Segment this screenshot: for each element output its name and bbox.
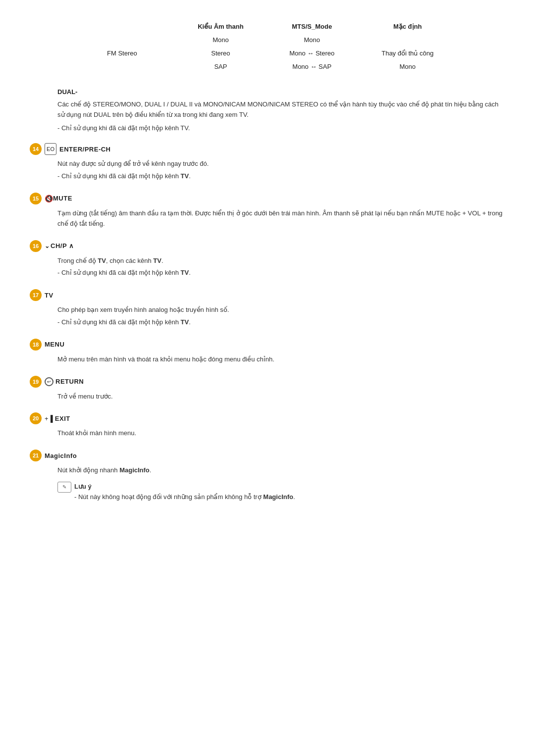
row1-col1	[77, 33, 175, 47]
row3-col4: Mono	[357, 60, 458, 73]
section-19: 19↩RETURNTrở về menu trước.	[30, 376, 505, 402]
section-line-19-0: Trở về menu trước.	[57, 392, 505, 402]
section-title-21: MagicInfo	[45, 452, 77, 459]
section-18: 18MENUMở menu trên màn hình và thoát ra …	[30, 339, 505, 365]
section-line-14-0: Nút này được sử dụng để trở về kênh ngay…	[57, 159, 505, 169]
section-14: 14EOENTER/PRE-CHNút này được sử dụng để …	[30, 143, 505, 182]
section-header-17: 17TV	[30, 289, 505, 301]
section-line-17-0: Cho phép bạn xem truyền hình analog hoặc…	[57, 305, 505, 315]
dual-section: DUAL- Các chế độ STEREO/MONO, DUAL I / D…	[30, 88, 505, 133]
section-header-16: 16⌄ CH/P ∧	[30, 240, 505, 252]
row3-col3: Mono ↔ SAP	[267, 60, 357, 73]
col-kieu-am-thanh: Kiểu Âm thanh	[175, 20, 267, 33]
section-body-21: Nút khởi động nhanh MagicInfo.✎Lưu ý- Nú…	[57, 465, 505, 502]
section-line-16-1: - Chỉ sử dụng khi đã cài đặt một hộp kên…	[57, 268, 505, 278]
section-title-18: MENU	[45, 341, 64, 348]
section-header-19: 19↩RETURN	[30, 376, 505, 388]
table-row: FM Stereo Stereo Mono ↔ Stereo Thay đổi …	[77, 47, 458, 60]
badge-14: 14	[30, 143, 42, 155]
audio-table-section: Kiểu Âm thanh MTS/S_Mode Mặc định Mono M…	[30, 20, 505, 73]
exit-icon: +▐	[45, 415, 53, 422]
icon-box-14: EO	[45, 143, 56, 155]
section-body-16: Trong chế độ TV, chọn các kênh TV.- Chỉ …	[57, 256, 505, 279]
row2-col3: Mono ↔ Stereo	[267, 47, 357, 60]
col-empty	[77, 20, 175, 33]
section-line-16-0: Trong chế độ TV, chọn các kênh TV.	[57, 256, 505, 266]
row2-col2: Stereo	[175, 47, 267, 60]
section-title-17: TV	[45, 292, 54, 299]
section-line-15-0: Tạm dừng (tắt tiếng) âm thanh đầu ra tạm…	[57, 208, 505, 229]
section-header-21: 21MagicInfo	[30, 450, 505, 461]
row1-col2: Mono	[175, 33, 267, 47]
note-text: - Nút này không hoạt động đối với những …	[74, 493, 295, 501]
note-box-21: ✎Lưu ý- Nút này không hoạt động đối với …	[57, 482, 505, 503]
dual-body1: Các chế độ STEREO/MONO, DUAL I / DUAL II…	[57, 100, 505, 120]
note-title: Lưu ý	[74, 483, 92, 490]
section-line-14-1: - Chỉ sử dụng khi đã cài đặt một hộp kên…	[57, 171, 505, 182]
badge-21: 21	[30, 450, 42, 461]
badge-19: 19	[30, 376, 42, 388]
col-mts-mode: MTS/S_Mode	[267, 20, 357, 33]
section-line-18-0: Mở menu trên màn hình và thoát ra khỏi m…	[57, 354, 505, 365]
sections-container: 14EOENTER/PRE-CHNút này được sử dụng để …	[30, 143, 505, 502]
section-title-15: MUTE	[53, 195, 72, 202]
section-body-14: Nút này được sử dụng để trở về kênh ngay…	[57, 159, 505, 182]
badge-20: 20	[30, 412, 42, 424]
row2-col1: FM Stereo	[77, 47, 175, 60]
section-17: 17TVCho phép bạn xem truyền hình analog …	[30, 289, 505, 328]
table-row: SAP Mono ↔ SAP Mono	[77, 60, 458, 73]
section-header-14: 14EOENTER/PRE-CH	[30, 143, 505, 155]
audio-mode-table: Kiểu Âm thanh MTS/S_Mode Mặc định Mono M…	[77, 20, 458, 73]
note-pencil-icon: ✎	[57, 482, 71, 493]
section-body-19: Trở về menu trước.	[57, 392, 505, 402]
section-line-17-1: - Chỉ sử dụng khi đã cài đặt một hộp kên…	[57, 317, 505, 328]
section-21: 21MagicInfoNút khởi động nhanh MagicInfo…	[30, 450, 505, 502]
note-content: Lưu ý- Nút này không hoạt động đối với n…	[74, 482, 295, 503]
badge-17: 17	[30, 289, 42, 301]
section-20: 20+▐EXITThoát khỏi màn hình menu.	[30, 412, 505, 439]
section-15: 15🔇MUTETạm dừng (tắt tiếng) âm thanh đầu…	[30, 193, 505, 229]
section-body-15: Tạm dừng (tắt tiếng) âm thanh đầu ra tạm…	[57, 208, 505, 229]
section-body-20: Thoát khỏi màn hình menu.	[57, 428, 505, 439]
dual-body2: - Chỉ sử dụng khi đã cài đặt một hộp kên…	[57, 123, 505, 134]
row3-col1	[77, 60, 175, 73]
section-header-15: 15🔇MUTE	[30, 193, 505, 204]
section-title-16: CH/P ∧	[51, 242, 74, 250]
section-16: 16⌄ CH/P ∧Trong chế độ TV, chọn các kênh…	[30, 240, 505, 279]
section-title-19: RETURN	[55, 378, 84, 385]
row3-col2: SAP	[175, 60, 267, 73]
row1-col3: Mono	[267, 33, 357, 47]
section-header-20: 20+▐EXIT	[30, 412, 505, 424]
section-title-20: EXIT	[55, 415, 70, 422]
section-line-20-0: Thoát khỏi màn hình menu.	[57, 428, 505, 439]
section-body-18: Mở menu trên màn hình và thoát ra khỏi m…	[57, 354, 505, 365]
mute-icon: 🔇	[45, 195, 53, 202]
row1-col4	[357, 33, 458, 47]
return-icon: ↩	[45, 377, 54, 386]
badge-16: 16	[30, 240, 42, 252]
col-mac-dinh: Mặc định	[357, 20, 458, 33]
section-header-18: 18MENU	[30, 339, 505, 351]
section-body-17: Cho phép bạn xem truyền hình analog hoặc…	[57, 305, 505, 328]
dual-title: DUAL-	[57, 88, 505, 96]
table-row: Mono Mono	[77, 33, 458, 47]
row2-col4: Thay đổi thủ công	[357, 47, 458, 60]
section-title-14: ENTER/PRE-CH	[59, 146, 111, 153]
badge-15: 15	[30, 193, 42, 204]
section-line-21-0: Nút khởi động nhanh MagicInfo.	[57, 465, 505, 476]
chp-icon: ⌄	[45, 243, 50, 250]
badge-18: 18	[30, 339, 42, 351]
